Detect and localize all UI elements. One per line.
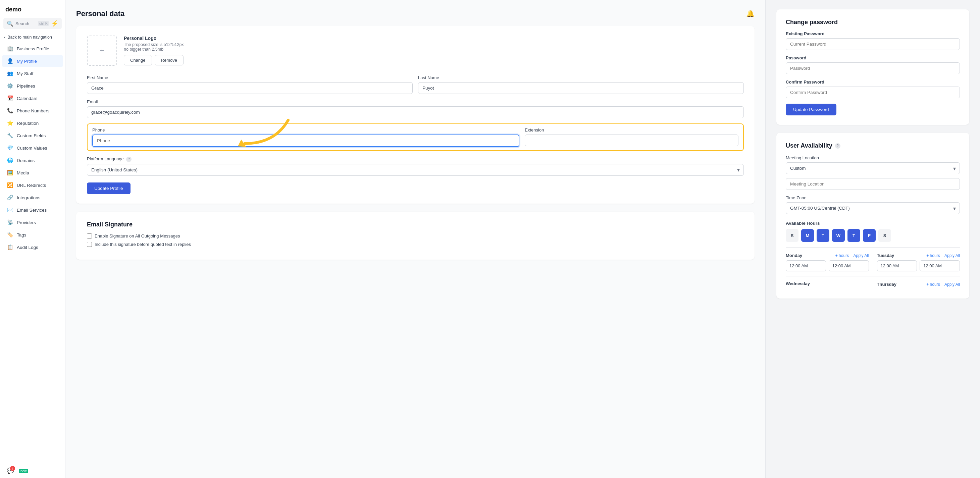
user-availability-help[interactable]: ?	[835, 143, 840, 149]
phone-input[interactable]	[92, 135, 519, 147]
last-name-label: Last Name	[418, 75, 744, 80]
chat-bubble[interactable]: 💬 7 new	[2, 464, 63, 478]
wednesday-label: Wednesday	[786, 281, 810, 286]
sidebar-label-integrations: Integrations	[17, 195, 41, 200]
sidebar-item-domains[interactable]: 🌐Domains	[2, 154, 63, 167]
platform-language-label: Platform Language ?	[87, 156, 744, 162]
new-password-input[interactable]	[786, 62, 960, 74]
sidebar-icon-pipelines: ⚙️	[7, 83, 13, 89]
thursday-plus-hours[interactable]: + hours	[926, 282, 940, 287]
bell-icon[interactable]: 🔔	[746, 10, 754, 17]
sidebar-item-providers[interactable]: 📡Providers	[2, 216, 63, 229]
sidebar-label-custom-values: Custom Values	[17, 146, 47, 151]
sidebar-item-calendars[interactable]: 📅Calendars	[2, 92, 63, 104]
sidebar-icon-media: 🖼️	[7, 170, 13, 176]
confirm-password-input[interactable]	[786, 87, 960, 98]
update-password-button[interactable]: Update Password	[786, 104, 837, 115]
language-select[interactable]: English (United States)	[87, 164, 744, 176]
thursday-apply-all[interactable]: Apply All	[945, 282, 960, 287]
email-input[interactable]	[87, 106, 744, 118]
remove-logo-button[interactable]: Remove	[155, 55, 183, 65]
change-password-card: Change password Existing Password Passwo…	[776, 10, 969, 125]
tuesday-col: Tuesday + hours Apply All 12:00 AM 12:00	[877, 252, 960, 272]
thursday-col: Thursday + hours Apply All	[877, 281, 960, 289]
meeting-location-select[interactable]: Custom	[786, 162, 960, 174]
sidebar-icon-audit-logs: 📋	[7, 244, 13, 250]
tuesday-plus-hours[interactable]: + hours	[926, 253, 940, 258]
back-to-main-nav[interactable]: ‹ Back to main navigation	[0, 32, 65, 42]
sidebar-item-pipelines[interactable]: ⚙️Pipelines	[2, 80, 63, 92]
signature-checkbox-2[interactable]	[87, 242, 92, 247]
sidebar-item-tags[interactable]: 🏷️Tags	[2, 229, 63, 241]
change-logo-button[interactable]: Change	[124, 55, 152, 65]
logo-label: Personal Logo	[124, 36, 184, 41]
timezone-group: Time Zone GMT-05:00 US/Central (CDT)	[786, 195, 960, 214]
signature-checkbox-1[interactable]	[87, 233, 92, 238]
email-group: Email	[87, 99, 744, 118]
signature-checkbox-2-row: Include this signature before quoted tex…	[87, 242, 744, 247]
tuesday-title-row: Tuesday + hours Apply All	[877, 252, 960, 258]
timezone-select[interactable]: GMT-05:00 US/Central (CDT)	[786, 202, 960, 214]
first-name-input[interactable]	[87, 82, 413, 94]
email-signature-card: Email Signature Enable Signature on All …	[76, 212, 754, 260]
update-profile-button[interactable]: Update Profile	[87, 183, 130, 194]
monday-start-select[interactable]: 12:00 AM	[786, 260, 826, 272]
email-signature-title: Email Signature	[87, 221, 744, 228]
day-btn-6[interactable]: S	[878, 229, 891, 242]
day-btn-2[interactable]: T	[817, 229, 829, 242]
sidebar-item-my-profile[interactable]: 👤My Profile	[2, 55, 63, 67]
meeting-location-text-input[interactable]	[786, 178, 960, 190]
sidebar-icon-url-redirects: 🔀	[7, 182, 13, 188]
sidebar-item-email-services[interactable]: ✉️Email Services	[2, 204, 63, 216]
timezone-label: Time Zone	[786, 195, 960, 200]
sidebar-label-providers: Providers	[17, 220, 36, 225]
platform-language-help[interactable]: ?	[126, 157, 132, 162]
sidebar-item-audit-logs[interactable]: 📋Audit Logs	[2, 241, 63, 253]
day-btn-1[interactable]: M	[801, 229, 814, 242]
sidebar-item-phone-numbers[interactable]: 📞Phone Numbers	[2, 105, 63, 117]
sidebar-item-integrations[interactable]: 🔗Integrations	[2, 192, 63, 203]
thursday-title-row: Thursday + hours Apply All	[877, 281, 960, 287]
confirm-password-label: Confirm Password	[786, 79, 960, 84]
sidebar-item-custom-values[interactable]: 💎Custom Values	[2, 142, 63, 154]
monday-plus-hours[interactable]: + hours	[835, 253, 849, 258]
sidebar-icon-my-profile: 👤	[7, 58, 13, 64]
sidebar-label-media: Media	[17, 170, 29, 175]
tuesday-apply-all[interactable]: Apply All	[945, 253, 960, 258]
sidebar-icon-custom-fields: 🔧	[7, 132, 13, 138]
extension-input[interactable]	[525, 135, 738, 146]
day-btn-4[interactable]: T	[848, 229, 860, 242]
left-panel: Personal data 🔔 + Personal Logo The prop…	[65, 0, 765, 478]
sidebar-label-phone-numbers: Phone Numbers	[17, 108, 50, 113]
app-logo: demo	[0, 0, 65, 16]
monday-apply-all[interactable]: Apply All	[853, 253, 869, 258]
last-name-input[interactable]	[418, 82, 744, 94]
timezone-select-wrapper: GMT-05:00 US/Central (CDT)	[786, 202, 960, 214]
wednesday-col: Wednesday	[786, 281, 869, 289]
day-btn-0[interactable]: S	[786, 229, 799, 242]
tuesday-end-select[interactable]: 12:00 AM	[920, 260, 960, 272]
sidebar-icon-custom-values: 💎	[7, 145, 13, 151]
sidebar-item-my-staff[interactable]: 👥My Staff	[2, 67, 63, 79]
sidebar-label-my-profile: My Profile	[17, 59, 37, 64]
sidebar-label-url-redirects: URL Redirects	[17, 183, 46, 188]
sidebar-item-url-redirects[interactable]: 🔀URL Redirects	[2, 179, 63, 191]
tuesday-hours-inputs: 12:00 AM 12:00 AM	[877, 260, 960, 272]
sidebar-item-business-profile[interactable]: 🏢Business Profile	[2, 43, 63, 55]
chat-new-badge: new	[19, 469, 28, 473]
sidebar-item-media[interactable]: 🖼️Media	[2, 167, 63, 179]
sidebar-icon-my-staff: 👥	[7, 70, 13, 76]
logo-upload-box[interactable]: +	[87, 36, 117, 66]
search-bar[interactable]: 🔍 Search ctrl K ⚡	[3, 18, 62, 29]
existing-password-input[interactable]	[786, 38, 960, 50]
new-password-group: Password	[786, 56, 960, 74]
day-btn-3[interactable]: W	[832, 229, 845, 242]
day-btn-5[interactable]: F	[863, 229, 876, 242]
bolt-icon: ⚡	[51, 20, 58, 27]
sidebar-item-custom-fields[interactable]: 🔧Custom Fields	[2, 129, 63, 141]
sidebar-item-reputation[interactable]: ⭐Reputation	[2, 117, 63, 129]
tuesday-label: Tuesday	[877, 253, 894, 258]
divider-2	[786, 276, 960, 276]
tuesday-start-select[interactable]: 12:00 AM	[877, 260, 917, 272]
monday-end-select[interactable]: 12:00 AM	[829, 260, 869, 272]
